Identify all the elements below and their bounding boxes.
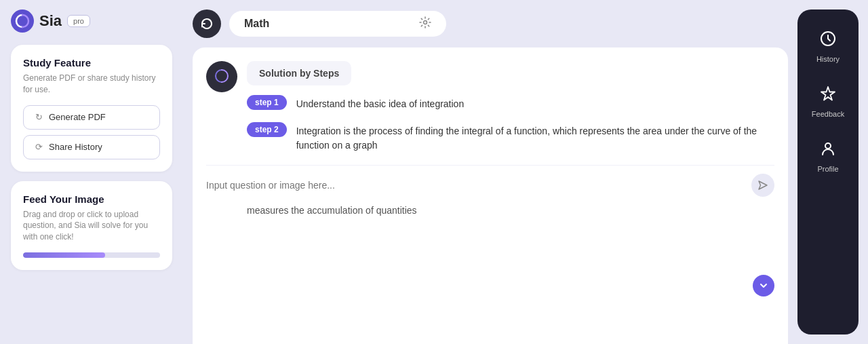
history-label: History <box>816 55 840 63</box>
left-sidebar: Sia pro Study Feature Generate PDF or sh… <box>0 0 183 344</box>
study-feature-subtitle: Generate PDF or share study history for … <box>23 73 160 96</box>
app-header: Sia pro <box>11 9 172 33</box>
study-feature-title: Study Feature <box>23 57 160 69</box>
input-bar <box>206 165 774 205</box>
chat-area: Solution by Steps step 1 Understand the … <box>193 47 788 344</box>
svg-point-0 <box>11 9 34 33</box>
feedback-label: Feedback <box>812 110 844 118</box>
scroll-down-button[interactable] <box>753 275 774 297</box>
feed-image-subtitle: Drag and drop or click to upload questio… <box>23 209 160 243</box>
solution-content: Solution by Steps step 1 Understand the … <box>247 61 774 153</box>
send-icon <box>757 180 768 191</box>
upload-progress-bar <box>23 252 160 258</box>
pdf-icon: ↻ <box>33 112 44 123</box>
steps-container: step 1 Understand the basic idea of inte… <box>247 95 774 153</box>
send-button[interactable] <box>751 174 774 197</box>
step-1-text: Understand the basic idea of integration <box>296 95 465 111</box>
feedback-icon <box>819 85 837 107</box>
sidebar-item-history[interactable]: History <box>801 20 855 73</box>
step-1-badge: step 1 <box>247 95 287 110</box>
feed-image-title: Feed Your Image <box>23 193 160 205</box>
study-feature-card: Study Feature Generate PDF or share stud… <box>11 45 172 172</box>
right-sidebar: History Feedback Profile <box>797 9 859 335</box>
settings-button[interactable] <box>419 16 431 31</box>
main-content: Math Solution by Steps <box>183 0 797 344</box>
step-row: step 1 Understand the basic idea of inte… <box>247 95 774 111</box>
share-icon: ⟳ <box>33 142 44 153</box>
generate-pdf-button[interactable]: ↻ Generate PDF <box>23 105 160 130</box>
generate-pdf-label: Generate PDF <box>49 112 106 122</box>
profile-icon <box>819 140 837 161</box>
svg-point-4 <box>825 143 831 149</box>
logo-icon <box>11 9 34 33</box>
profile-label: Profile <box>817 165 838 173</box>
question-input[interactable] <box>206 180 745 191</box>
refresh-button[interactable] <box>193 9 221 38</box>
sidebar-item-feedback[interactable]: Feedback <box>801 75 855 128</box>
logo-text: Sia <box>39 12 62 30</box>
assistant-avatar <box>206 61 237 92</box>
subject-label: Math <box>244 18 269 30</box>
subject-selector[interactable]: Math <box>229 11 446 37</box>
history-icon <box>819 30 837 52</box>
assistant-message-row: Solution by Steps step 1 Understand the … <box>206 61 774 153</box>
step-2-text: Integration is the process of finding th… <box>296 122 774 153</box>
sidebar-item-profile[interactable]: Profile <box>801 130 855 183</box>
step-3-partial: measures the accumulation of quantities <box>206 205 774 221</box>
chevron-down-icon <box>759 281 768 290</box>
pro-badge: pro <box>67 15 90 27</box>
share-history-label: Share History <box>49 142 102 152</box>
share-history-button[interactable]: ⟳ Share History <box>23 135 160 159</box>
main-top-bar: Math <box>193 9 788 38</box>
svg-point-1 <box>424 21 427 24</box>
feed-image-card: Feed Your Image Drag and drop or click t… <box>11 181 172 270</box>
step-2-badge: step 2 <box>247 122 287 137</box>
avatar-icon <box>212 66 232 87</box>
upload-progress-fill <box>23 252 105 258</box>
refresh-icon <box>200 17 214 31</box>
solution-header: Solution by Steps <box>247 61 351 85</box>
step-row: step 2 Integration is the process of fin… <box>247 122 774 153</box>
gear-icon <box>419 16 431 28</box>
